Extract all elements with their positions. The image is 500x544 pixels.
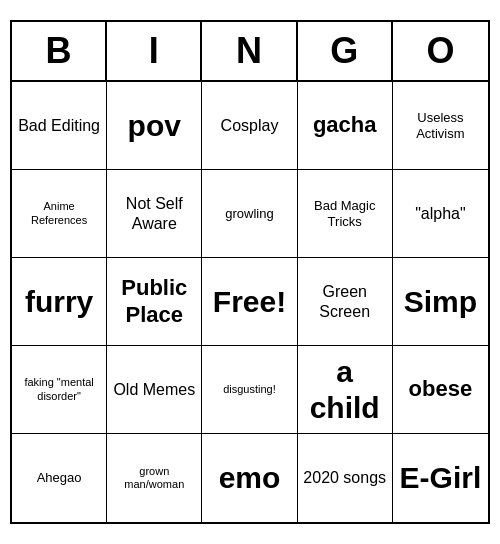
bingo-cell[interactable]: grown man/woman (107, 434, 202, 522)
cell-text: Cosplay (221, 116, 279, 135)
cell-text: Anime References (16, 200, 102, 226)
header-letter: O (393, 22, 488, 80)
cell-text: Public Place (111, 275, 197, 328)
cell-text: Simp (404, 284, 477, 320)
cell-text: Bad Magic Tricks (302, 198, 388, 229)
bingo-cell[interactable]: furry (12, 258, 107, 346)
header-letter: I (107, 22, 202, 80)
cell-text: growling (225, 206, 273, 222)
header-letter: G (298, 22, 393, 80)
bingo-cell[interactable]: Old Memes (107, 346, 202, 434)
bingo-cell[interactable]: Useless Activism (393, 82, 488, 170)
bingo-cell[interactable]: Free! (202, 258, 297, 346)
cell-text: faking "mental disorder" (16, 376, 102, 402)
bingo-cell[interactable]: Anime References (12, 170, 107, 258)
header-letter: B (12, 22, 107, 80)
cell-text: Free! (213, 284, 286, 320)
bingo-cell[interactable]: obese (393, 346, 488, 434)
cell-text: disgusting! (223, 383, 276, 396)
header-letter: N (202, 22, 297, 80)
bingo-cell[interactable]: Cosplay (202, 82, 297, 170)
bingo-cell[interactable]: Bad Magic Tricks (298, 170, 393, 258)
cell-text: obese (409, 376, 473, 402)
bingo-cell[interactable]: Not Self Aware (107, 170, 202, 258)
bingo-cell[interactable]: Bad Editing (12, 82, 107, 170)
bingo-cell[interactable]: faking "mental disorder" (12, 346, 107, 434)
cell-text: emo (219, 460, 281, 496)
cell-text: Old Memes (113, 380, 195, 399)
bingo-cell[interactable]: Green Screen (298, 258, 393, 346)
bingo-header: BINGO (12, 22, 488, 82)
cell-text: Green Screen (302, 282, 388, 320)
cell-text: a child (302, 354, 388, 426)
bingo-cell[interactable]: a child (298, 346, 393, 434)
cell-text: Ahegao (37, 470, 82, 486)
bingo-cell[interactable]: E-Girl (393, 434, 488, 522)
bingo-cell[interactable]: Simp (393, 258, 488, 346)
bingo-grid: Bad EditingpovCosplaygachaUseless Activi… (12, 82, 488, 522)
cell-text: Not Self Aware (111, 194, 197, 232)
bingo-cell[interactable]: 2020 songs (298, 434, 393, 522)
cell-text: Useless Activism (397, 110, 484, 141)
bingo-cell[interactable]: disgusting! (202, 346, 297, 434)
cell-text: Bad Editing (18, 116, 100, 135)
cell-text: 2020 songs (303, 468, 386, 487)
bingo-cell[interactable]: Public Place (107, 258, 202, 346)
cell-text: grown man/woman (111, 465, 197, 491)
bingo-cell[interactable]: pov (107, 82, 202, 170)
bingo-cell[interactable]: emo (202, 434, 297, 522)
bingo-cell[interactable]: gacha (298, 82, 393, 170)
bingo-cell[interactable]: "alpha" (393, 170, 488, 258)
bingo-cell[interactable]: growling (202, 170, 297, 258)
bingo-card: BINGO Bad EditingpovCosplaygachaUseless … (10, 20, 490, 524)
cell-text: pov (128, 108, 181, 144)
cell-text: furry (25, 284, 93, 320)
cell-text: gacha (313, 112, 377, 138)
cell-text: E-Girl (400, 460, 482, 496)
cell-text: "alpha" (415, 204, 466, 223)
bingo-cell[interactable]: Ahegao (12, 434, 107, 522)
